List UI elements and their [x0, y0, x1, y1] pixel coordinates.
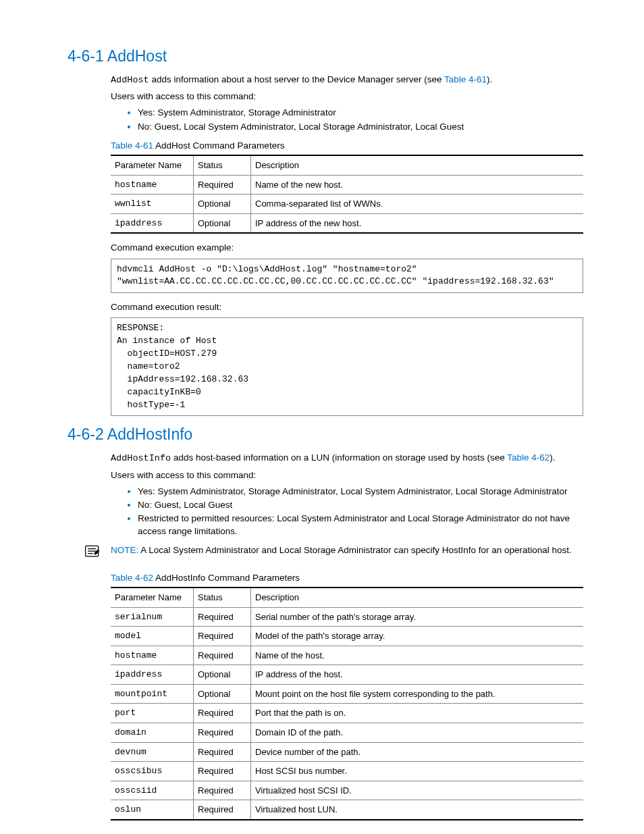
command-name: AddHost — [111, 75, 149, 85]
table-row: osscsibusRequiredHost SCSI bus number. — [111, 762, 583, 781]
param-status: Required — [194, 175, 251, 194]
col-header: Status — [194, 155, 251, 175]
table-ref-link[interactable]: Table 4-61 — [444, 74, 487, 84]
table-row: ipaddressOptionalIP address of the host. — [111, 665, 583, 685]
table-row: portRequiredPort that the path is on. — [111, 704, 583, 723]
table-row: wwnlistOptionalComma-separated list of W… — [111, 194, 583, 214]
param-status: Required — [194, 762, 251, 781]
note-block: NOTE: A Local System Administrator and L… — [111, 544, 583, 563]
col-header: Description — [251, 588, 584, 607]
table-row: devnumRequiredDevice number of the path. — [111, 742, 583, 762]
param-description: Port that the path is on. — [251, 704, 584, 723]
param-name: serialnum — [111, 607, 194, 627]
access-label: Users with access to this command: — [111, 469, 583, 481]
param-name: oslun — [111, 800, 194, 820]
section-heading-addhost: 4-6-1 AddHost — [68, 46, 583, 67]
table-row: osscsiidRequiredVirtualized host SCSI ID… — [111, 781, 583, 800]
param-status: Required — [194, 607, 251, 627]
exec-example-label: Command execution example: — [111, 242, 583, 254]
table-row: modelRequiredModel of the path's storage… — [111, 627, 583, 646]
table-caption: Table 4-62 AddHostInfo Command Parameter… — [111, 572, 583, 584]
param-description: Virtualized host LUN. — [251, 800, 584, 820]
exec-result-label: Command execution result: — [111, 301, 583, 313]
access-list: Yes: System Administrator, Storage Admin… — [123, 107, 583, 132]
table-row: hostnameRequiredName of the host. — [111, 646, 583, 665]
table-header-row: Parameter Name Status Description — [111, 588, 583, 607]
param-name: hostname — [111, 646, 194, 665]
param-status: Required — [194, 723, 251, 742]
param-name: osscsibus — [111, 762, 194, 781]
param-description: IP address of the host. — [251, 665, 584, 685]
col-header: Parameter Name — [111, 155, 194, 175]
addhost-params-table: Parameter Name Status Description hostna… — [111, 155, 583, 234]
addhostinfo-params-table: Parameter Name Status Description serial… — [111, 587, 583, 820]
param-status: Optional — [194, 194, 251, 214]
table-number-link[interactable]: Table 4-62 — [111, 573, 153, 583]
list-item: Yes: System Administrator, Storage Admin… — [138, 107, 583, 119]
param-status: Optional — [194, 684, 251, 704]
exec-example-code: hdvmcli AddHost -o "D:\logs\AddHost.log"… — [111, 259, 583, 294]
param-description: Model of the path's storage array. — [251, 627, 584, 646]
col-header: Status — [194, 588, 251, 607]
section-heading-addhostinfo: 4-6-2 AddHostInfo — [68, 424, 583, 445]
param-description: Host SCSI bus number. — [251, 762, 584, 781]
table-number-link[interactable]: Table 4-61 — [111, 140, 153, 151]
table-ref-link[interactable]: Table 4-62 — [507, 452, 549, 463]
table-row: ipaddressOptionalIP address of the new h… — [111, 213, 583, 233]
command-name: AddHostInfo — [111, 453, 171, 463]
col-header: Description — [251, 155, 584, 175]
param-name: domain — [111, 723, 194, 742]
list-item: Yes: System Administrator, Storage Admin… — [138, 486, 583, 498]
param-description: Name of the host. — [251, 646, 584, 665]
addhost-intro: AddHost adds information about a host se… — [111, 74, 583, 86]
param-name: devnum — [111, 742, 194, 762]
param-description: IP address of the new host. — [251, 213, 584, 233]
param-status: Required — [194, 742, 251, 762]
list-item: Restricted to permitted resources: Local… — [138, 513, 583, 537]
param-description: Mount point on the host file system corr… — [251, 684, 584, 704]
col-header: Parameter Name — [111, 588, 194, 607]
param-status: Required — [194, 646, 251, 665]
param-status: Optional — [194, 213, 251, 233]
param-description: Name of the new host. — [251, 175, 584, 194]
table-row: oslunRequiredVirtualized host LUN. — [111, 800, 583, 820]
note-text: A Local System Administrator and Local S… — [140, 545, 572, 555]
table-row: mountpointOptionalMount point on the hos… — [111, 684, 583, 704]
param-description: Comma-separated list of WWNs. — [251, 194, 584, 214]
param-name: mountpoint — [111, 684, 194, 704]
table-header-row: Parameter Name Status Description — [111, 155, 583, 175]
param-name: port — [111, 704, 194, 723]
param-description: Domain ID of the path. — [251, 723, 584, 742]
param-name: ipaddress — [111, 665, 194, 685]
list-item: No: Guest, Local System Administrator, L… — [138, 121, 583, 133]
note-label: NOTE: — [111, 545, 140, 555]
table-row: domainRequiredDomain ID of the path. — [111, 723, 583, 742]
param-name: hostname — [111, 175, 194, 194]
param-name: model — [111, 627, 194, 646]
param-status: Required — [194, 781, 251, 800]
exec-result-code: RESPONSE: An instance of Host objectID=H… — [111, 317, 583, 416]
access-label: Users with access to this command: — [111, 90, 583, 103]
param-status: Optional — [194, 665, 251, 685]
list-item: No: Guest, Local Guest — [138, 499, 583, 511]
table-row: serialnumRequiredSerial number of the pa… — [111, 607, 583, 627]
table-caption: Table 4-61 AddHost Command Parameters — [111, 140, 583, 152]
param-name: wwnlist — [111, 194, 194, 214]
param-description: Virtualized host SCSI ID. — [251, 781, 584, 800]
param-description: Device number of the path. — [251, 742, 584, 762]
param-description: Serial number of the path's storage arra… — [251, 607, 584, 627]
param-name: osscsiid — [111, 781, 194, 800]
access-list: Yes: System Administrator, Storage Admin… — [123, 486, 583, 538]
table-row: hostnameRequiredName of the new host. — [111, 175, 583, 194]
note-icon — [84, 544, 101, 563]
addhostinfo-intro: AddHostInfo adds host-based information … — [111, 452, 583, 465]
param-status: Required — [194, 627, 251, 646]
param-status: Required — [194, 704, 251, 723]
param-name: ipaddress — [111, 213, 194, 233]
param-status: Required — [194, 800, 251, 820]
